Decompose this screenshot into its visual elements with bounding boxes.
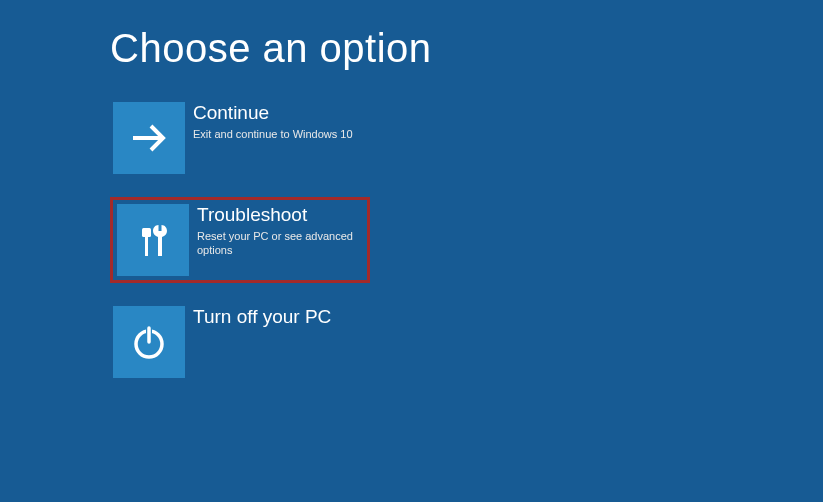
- svg-rect-1: [145, 236, 148, 256]
- power-icon: [113, 306, 185, 378]
- option-subtitle: Reset your PC or see advanced options: [197, 229, 363, 258]
- option-title: Continue: [193, 102, 353, 125]
- option-turn-off[interactable]: Turn off your PC: [110, 303, 365, 381]
- arrow-right-icon: [113, 102, 185, 174]
- option-troubleshoot[interactable]: Troubleshoot Reset your PC or see advanc…: [110, 197, 370, 283]
- option-title: Turn off your PC: [193, 306, 331, 329]
- tools-icon: [117, 204, 189, 276]
- svg-rect-2: [142, 228, 151, 237]
- page-title: Choose an option: [110, 26, 823, 71]
- option-title: Troubleshoot: [197, 204, 363, 227]
- option-subtitle: Exit and continue to Windows 10: [193, 127, 353, 141]
- option-continue[interactable]: Continue Exit and continue to Windows 10: [110, 99, 365, 177]
